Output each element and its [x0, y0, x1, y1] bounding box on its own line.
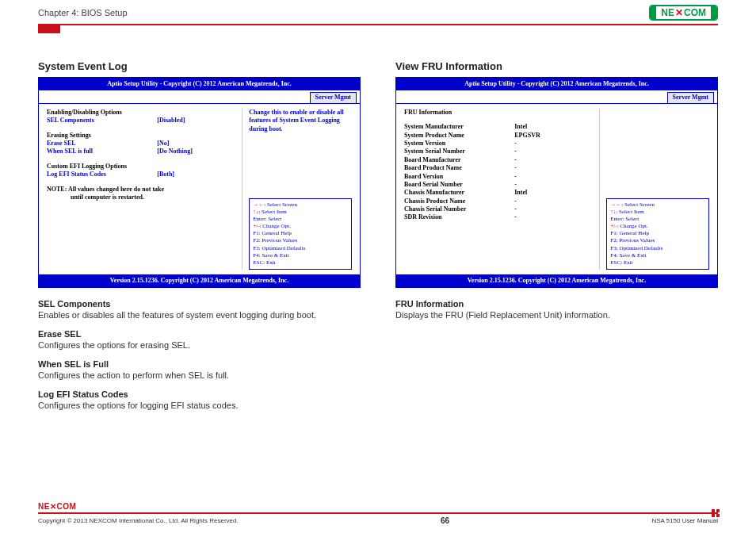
nav-line: Enter: Select	[610, 216, 705, 223]
column-left: System Event Log Aptio Setup Utility - C…	[38, 60, 361, 412]
nav-key: +/-	[253, 223, 259, 229]
row-value: -	[514, 197, 599, 205]
desc-text: Configures the action to perform when SE…	[38, 370, 361, 382]
group-custom-efi: Custom EFI Logging Options	[47, 163, 242, 171]
row-label: SEL Components	[47, 117, 157, 125]
desc-text: Configures the options for erasing SEL.	[38, 339, 361, 351]
desc-text: Enables or disables all the features of …	[38, 309, 361, 321]
fru-row: System Product NameEPGSVR	[404, 132, 599, 140]
row-label: SDR Revision	[404, 213, 514, 221]
bios-left-pane: FRU Information System ManufacturerIntel…	[404, 109, 599, 270]
desc-text: Displays the FRU (Field Replacement Unit…	[395, 309, 718, 321]
group-fru-info: FRU Information	[404, 109, 599, 117]
bios-footer-bar: Version 2.15.1236. Copyright (C) 2012 Am…	[39, 274, 360, 287]
row-label: System Product Name	[404, 132, 514, 140]
row-label: When SEL is full	[47, 148, 157, 155]
group-enabling: Enabling/Disabling Options	[47, 109, 242, 117]
fru-row: Board Manufacturer-	[404, 156, 599, 164]
page-header: Chapter 4: BIOS Setup NE✕COM	[0, 0, 756, 22]
desc-heading: FRU Information	[395, 299, 718, 309]
section-title-right: View FRU Information	[395, 60, 718, 72]
fru-row: Chassis ManufacturerIntel	[404, 189, 599, 197]
nav-line: Enter: Select	[253, 216, 348, 223]
row-when-sel-full[interactable]: When SEL is full [Do Nothing]	[47, 148, 242, 155]
nav-line: ESC: Exit	[610, 259, 705, 266]
bios-tab-server-mgmt[interactable]: Server Mgmt	[667, 92, 714, 102]
bios-help-text: Change this to enable or disable all fea…	[249, 109, 352, 133]
row-value: -	[514, 173, 599, 181]
footer-copyright: Copyright © 2013 NEXCOM International Co…	[38, 517, 239, 524]
bios-panel-right: Aptio Setup Utility - Copyright (C) 2012…	[395, 77, 718, 288]
row-label: Log EFI Status Codes	[47, 171, 157, 178]
fru-row: Chassis Product Name-	[404, 197, 599, 205]
fru-row: System Serial Number-	[404, 148, 599, 155]
desc-text: Configures the options for logging EFI s…	[38, 400, 361, 412]
footer-logo: NE✕COM	[38, 502, 76, 511]
footer-page-number: 66	[441, 516, 449, 525]
row-value: [Do Nothing]	[157, 148, 242, 155]
fru-row: System Version-	[404, 140, 599, 148]
row-value: -	[514, 156, 599, 164]
row-value: -	[514, 181, 599, 189]
nav-key: →←	[253, 201, 264, 208]
nav-desc: : Change Opt.	[617, 223, 648, 229]
fru-row: Board Product Name-	[404, 164, 599, 172]
fru-row: Chassis Serial Number-	[404, 205, 599, 213]
bios-right-pane: Change this to enable or disable all fea…	[242, 109, 352, 270]
footer-manual-name: NSA 5150 User Manual	[651, 517, 718, 524]
bios-title-bar: Aptio Setup Utility - Copyright (C) 2012…	[396, 78, 717, 90]
desc-block-right: FRU Information Displays the FRU (Field …	[395, 299, 718, 321]
nav-desc: : Select Screen	[621, 201, 655, 208]
row-label: Board Serial Number	[404, 181, 514, 189]
row-value: Intel	[514, 189, 599, 197]
nav-desc: : Change Opt.	[260, 223, 291, 229]
fru-row: Board Serial Number-	[404, 181, 599, 189]
nav-key: →←	[610, 201, 621, 208]
bios-tab-server-mgmt[interactable]: Server Mgmt	[310, 92, 357, 102]
row-label: System Serial Number	[404, 148, 514, 155]
row-value: [Disabled]	[157, 117, 242, 125]
nav-line: F1: General Help	[253, 230, 348, 237]
bios-footer-bar: Version 2.15.1236. Copyright (C) 2012 Am…	[396, 274, 717, 287]
fru-row: SDR Revision-	[404, 213, 599, 221]
row-label: System Version	[404, 140, 514, 148]
brand-logo: NE✕COM	[649, 5, 718, 21]
row-value: EPGSVR	[514, 132, 599, 140]
desc-heading: Erase SEL	[38, 329, 361, 339]
nav-line: F2: Previous Values	[253, 237, 348, 244]
row-label: Chassis Serial Number	[404, 205, 514, 213]
note-line-1: NOTE: All values changed here do not tak…	[47, 186, 242, 194]
row-label: System Manufacturer	[404, 123, 514, 131]
row-value: Intel	[514, 123, 599, 131]
bios-body: Enabling/Disabling Options SEL Component…	[39, 104, 360, 274]
row-label: Erase SEL	[47, 140, 157, 148]
bios-tab-row: Server Mgmt	[396, 90, 717, 103]
note-line-2: until computer is restarted.	[47, 194, 242, 201]
group-erasing: Erasing Settings	[47, 132, 242, 140]
nav-line: F1: General Help	[610, 230, 705, 237]
section-title-left: System Event Log	[38, 60, 361, 72]
row-erase-sel[interactable]: Erase SEL [No]	[47, 140, 242, 148]
nav-desc: : Select Item	[258, 209, 286, 215]
row-value: [Both]	[157, 171, 242, 178]
column-right: View FRU Information Aptio Setup Utility…	[395, 60, 718, 412]
row-sel-components[interactable]: SEL Components [Disabled]	[47, 117, 242, 125]
bios-panel-left: Aptio Setup Utility - Copyright (C) 2012…	[38, 77, 361, 288]
nav-line: F3: Optimized Defaults	[253, 245, 348, 252]
desc-heading: When SEL is Full	[38, 359, 361, 369]
fru-row: System ManufacturerIntel	[404, 123, 599, 131]
fru-row: Board Version-	[404, 173, 599, 181]
bios-tab-row: Server Mgmt	[39, 90, 360, 103]
row-value: -	[514, 148, 599, 155]
row-value: -	[514, 140, 599, 148]
footer-rule	[38, 512, 718, 514]
bios-title-bar: Aptio Setup Utility - Copyright (C) 2012…	[39, 78, 360, 90]
page-footer: NE✕COM Copyright © 2013 NEXCOM Internati…	[0, 502, 756, 525]
content-area: System Event Log Aptio Setup Utility - C…	[0, 25, 756, 420]
nav-line: F3: Optimized Defaults	[610, 245, 705, 252]
nav-key: +/-	[610, 223, 617, 229]
row-label: Chassis Product Name	[404, 197, 514, 205]
row-value: -	[514, 164, 599, 172]
bios-body: FRU Information System ManufacturerIntel…	[396, 104, 717, 274]
row-log-efi[interactable]: Log EFI Status Codes [Both]	[47, 171, 242, 178]
